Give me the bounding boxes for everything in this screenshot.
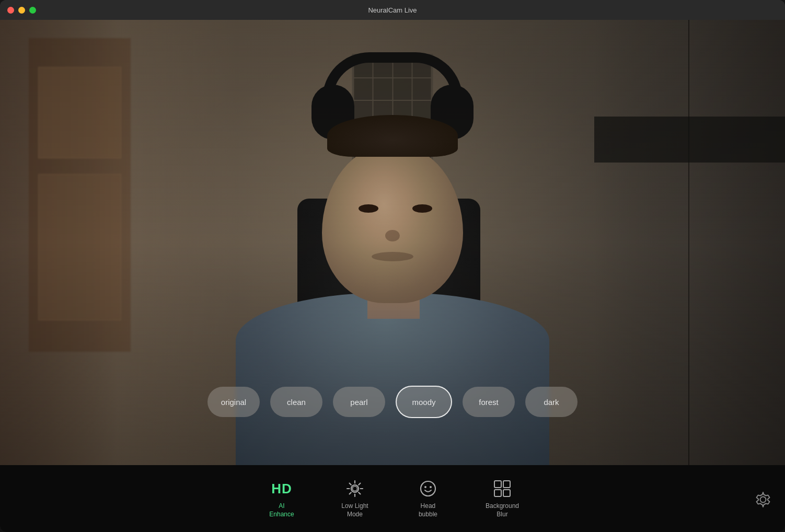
background-blur-label: Background Blur [486, 502, 519, 518]
low-light-icon [344, 478, 365, 499]
low-light-button[interactable]: Low Light Mode [318, 474, 391, 523]
svg-rect-16 [503, 490, 510, 496]
door-panel-bottom [38, 174, 121, 320]
svg-rect-15 [494, 490, 501, 496]
filter-clean[interactable]: clean [270, 387, 322, 417]
door-panel-top [38, 67, 121, 158]
door [29, 38, 131, 352]
maximize-button[interactable] [29, 7, 36, 14]
svg-line-6 [359, 493, 360, 494]
close-button[interactable] [7, 7, 14, 14]
background-blur-button[interactable]: Background Blur [465, 474, 540, 523]
settings-button[interactable] [754, 490, 772, 509]
svg-rect-13 [494, 481, 501, 488]
app-window: NeuralCam Live [0, 0, 785, 532]
svg-point-12 [430, 486, 432, 488]
filters-bar: original clean pearl moody forest dark [0, 386, 785, 418]
svg-point-10 [421, 481, 435, 496]
grid-icon [492, 478, 513, 499]
face-icon [418, 478, 438, 499]
hd-icon: HD [271, 478, 292, 499]
filter-pearl[interactable]: pearl [333, 387, 385, 417]
svg-line-8 [350, 493, 351, 494]
low-light-label: Low Light Mode [341, 502, 368, 518]
ai-enhance-button[interactable]: HD AI Enhance [245, 474, 318, 523]
svg-point-9 [352, 487, 357, 491]
ai-enhance-label: AI Enhance [269, 502, 294, 518]
filter-forest[interactable]: forest [463, 387, 515, 417]
hair [327, 115, 458, 157]
filter-dark[interactable]: dark [525, 387, 578, 417]
svg-point-17 [760, 497, 766, 503]
traffic-lights [7, 7, 36, 14]
toolbar: HD AI Enhance [0, 465, 785, 532]
head-bubble-button[interactable]: Head bubble [391, 474, 465, 523]
video-area: original clean pearl moody forest dark [0, 20, 785, 465]
svg-rect-14 [503, 481, 510, 488]
titlebar: NeuralCam Live [0, 0, 785, 20]
app-title: NeuralCam Live [368, 6, 417, 14]
filter-moody[interactable]: moody [396, 386, 452, 418]
svg-line-7 [359, 483, 360, 485]
head-bubble-label: Head bubble [419, 502, 437, 518]
minimize-button[interactable] [18, 7, 25, 14]
svg-point-11 [424, 486, 426, 488]
wardrobe-band [594, 117, 785, 163]
filter-original[interactable]: original [207, 387, 260, 417]
svg-line-5 [350, 483, 351, 485]
